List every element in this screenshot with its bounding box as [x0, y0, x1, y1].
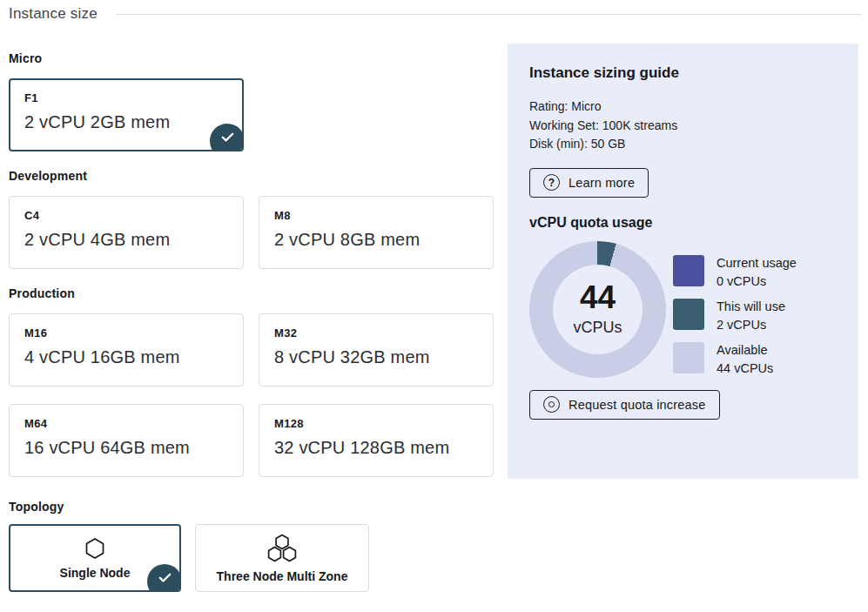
vcpu-total-value: 44	[580, 281, 616, 313]
size-card-name: F1	[24, 91, 228, 104]
guide-disk-min: Disk (min): 50 GB	[529, 135, 838, 154]
instance-sizing-guide-panel: Instance sizing guide Rating: Micro Work…	[508, 44, 858, 479]
topology-label: Single Node	[60, 566, 131, 580]
hexagon-icon	[84, 537, 105, 560]
size-card-spec: 4 vCPU 16GB mem	[24, 347, 228, 367]
topology-label: Three Node Multi Zone	[217, 569, 348, 583]
request-quota-increase-button[interactable]: Request quota increase	[529, 390, 720, 420]
size-card-spec: 2 vCPU 8GB mem	[274, 230, 478, 250]
guide-rating: Rating: Micro	[529, 98, 838, 117]
size-card-name: M128	[274, 417, 478, 430]
vcpu-quota-legend: Current usage 0 vCPUs This will use 2 vC…	[673, 254, 797, 378]
size-card-name: M16	[24, 326, 228, 340]
size-card-spec: 8 vCPU 32GB mem	[274, 347, 478, 367]
instance-size-options: Micro F1 2 vCPU 2GB mem Development C4 2…	[9, 51, 501, 592]
legend-name: This will use	[717, 298, 785, 316]
page-title: Instance size	[9, 5, 98, 23]
topology-options: Single Node Three Node Multi Zone	[9, 524, 501, 592]
size-card-name: M32	[274, 326, 478, 340]
size-card-m64[interactable]: M64 16 vCPU 64GB mem	[9, 404, 244, 477]
guide-info: Rating: Micro Working Set: 100K streams …	[529, 98, 838, 154]
section-label-production: Production	[9, 286, 501, 300]
three-hexagons-icon	[265, 534, 299, 563]
vcpu-donut-ring: 44 vCPUs	[529, 241, 666, 378]
size-card-spec: 32 vCPU 128GB mem	[274, 438, 478, 458]
legend-name: Current usage	[717, 254, 797, 272]
guide-title: Instance sizing guide	[529, 64, 838, 82]
legend-value: 0 vCPUs	[717, 272, 797, 291]
legend-item-available: Available 44 vCPUs	[673, 341, 797, 378]
size-card-spec: 2 vCPU 4GB mem	[24, 230, 228, 250]
section-label-development: Development	[9, 169, 501, 183]
size-card-spec: 2 vCPU 2GB mem	[24, 112, 228, 132]
learn-more-label: Learn more	[569, 176, 635, 190]
legend-value: 2 vCPUs	[717, 316, 785, 334]
size-card-m32[interactable]: M32 8 vCPU 32GB mem	[259, 313, 494, 387]
vcpu-total-unit: vCPUs	[573, 319, 622, 337]
section-label-topology: Topology	[9, 500, 501, 514]
section-label-micro: Micro	[9, 51, 501, 65]
vcpu-quota-chart: 44 vCPUs Current usage 0 vCPUs This will…	[529, 241, 838, 378]
request-quota-label: Request quota increase	[569, 398, 706, 412]
legend-name: Available	[717, 341, 773, 360]
size-card-name: M64	[24, 417, 228, 430]
size-card-spec: 16 vCPU 64GB mem	[24, 438, 228, 458]
topology-card-single-node[interactable]: Single Node	[9, 524, 181, 592]
legend-item-current-usage: Current usage 0 vCPUs	[673, 254, 797, 291]
size-card-m16[interactable]: M16 4 vCPU 16GB mem	[9, 313, 244, 387]
guide-working-set: Working Set: 100K streams	[529, 117, 838, 136]
section-header: Instance size	[9, 4, 861, 24]
question-circle-icon: ?	[543, 174, 560, 191]
vcpu-donut-hole: 44 vCPUs	[553, 265, 643, 354]
learn-more-button[interactable]: ? Learn more	[529, 168, 649, 198]
production-card-grid: M16 4 vCPU 16GB mem M32 8 vCPU 32GB mem …	[9, 313, 501, 477]
size-card-m128[interactable]: M128 32 vCPU 128GB mem	[259, 404, 494, 477]
header-divider	[117, 14, 861, 15]
size-card-name: M8	[274, 209, 478, 222]
legend-item-this-will-use: This will use 2 vCPUs	[673, 298, 797, 334]
development-card-grid: C4 2 vCPU 4GB mem M8 2 vCPU 8GB mem	[9, 196, 501, 269]
legend-swatch	[673, 342, 704, 373]
topology-card-three-node-multi-zone[interactable]: Three Node Multi Zone	[195, 524, 369, 592]
legend-value: 44 vCPUs	[717, 360, 773, 378]
micro-card-grid: F1 2 vCPU 2GB mem	[9, 78, 501, 151]
size-card-f1[interactable]: F1 2 vCPU 2GB mem	[9, 78, 244, 151]
concentric-circles-icon	[543, 396, 560, 413]
vcpu-quota-usage-title: vCPU quota usage	[529, 215, 838, 231]
size-card-m8[interactable]: M8 2 vCPU 8GB mem	[259, 196, 494, 269]
selected-check-icon	[147, 564, 181, 592]
size-card-c4[interactable]: C4 2 vCPU 4GB mem	[9, 196, 244, 269]
legend-swatch	[673, 255, 704, 286]
legend-swatch	[673, 299, 704, 330]
size-card-name: C4	[24, 209, 228, 222]
selected-check-icon	[210, 124, 244, 151]
